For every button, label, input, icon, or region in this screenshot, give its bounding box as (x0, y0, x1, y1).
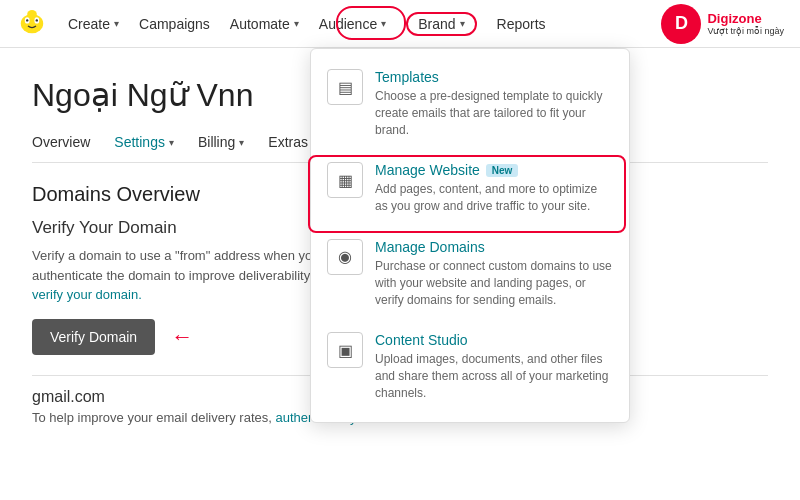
svg-point-5 (27, 10, 37, 18)
svg-point-4 (36, 19, 38, 21)
nav-automate[interactable]: Automate ▾ (230, 16, 299, 32)
templates-desc: Choose a pre-designed template to quickl… (375, 88, 613, 138)
manage-website-icon: ▦ (327, 162, 363, 198)
sec-nav-billing[interactable]: Billing ▾ (198, 134, 244, 150)
manage-domains-icon: ◉ (327, 239, 363, 275)
billing-chevron-icon: ▾ (239, 137, 244, 148)
dropdown-item-templates[interactable]: ▤ Templates Choose a pre-designed templa… (311, 57, 629, 150)
verify-domain-link[interactable]: verify your domain. (32, 287, 142, 302)
manage-domains-desc: Purchase or connect custom domains to us… (375, 258, 613, 308)
automate-chevron-icon: ▾ (294, 18, 299, 29)
audience-chevron-icon: ▾ (381, 18, 386, 29)
templates-icon: ▤ (327, 69, 363, 105)
settings-chevron-icon: ▾ (169, 137, 174, 148)
brand-chevron-icon: ▾ (460, 18, 465, 29)
sec-nav-overview[interactable]: Overview (32, 134, 90, 150)
arrow-icon: ← (171, 324, 193, 350)
dropdown-item-manage-domains[interactable]: ◉ Manage Domains Purchase or connect cus… (311, 227, 629, 320)
dropdown-item-manage-website[interactable]: ▦ Manage Website New Add pages, content,… (311, 150, 629, 227)
sec-nav-settings[interactable]: Settings ▾ (114, 134, 174, 150)
nav-campaigns[interactable]: Campaigns (139, 16, 210, 32)
digizone-logo: D Digizone Vượt trội mỗi ngày (661, 4, 784, 44)
digizone-name: Digizone (707, 11, 784, 27)
manage-website-desc: Add pages, content, and more to optimize… (375, 181, 613, 215)
manage-website-title: Manage Website New (375, 162, 613, 178)
content-studio-desc: Upload images, documents, and other file… (375, 351, 613, 401)
content-studio-icon: ▣ (327, 332, 363, 368)
verify-domain-button[interactable]: Verify Domain (32, 319, 155, 355)
nav-audience[interactable]: Audience ▾ (319, 16, 386, 32)
nav-brand-button[interactable]: Brand ▾ (406, 12, 476, 36)
logo[interactable] (16, 6, 48, 42)
templates-title: Templates (375, 69, 613, 85)
nav-reports[interactable]: Reports (497, 16, 546, 32)
brand-dropdown: ▤ Templates Choose a pre-designed templa… (310, 48, 630, 423)
nav-create[interactable]: Create ▾ (68, 16, 119, 32)
content-studio-title: Content Studio (375, 332, 613, 348)
manage-domains-title: Manage Domains (375, 239, 613, 255)
dropdown-item-content-studio[interactable]: ▣ Content Studio Upload images, document… (311, 320, 629, 413)
new-badge: New (486, 164, 519, 177)
digizone-tagline: Vượt trội mỗi ngày (707, 26, 784, 36)
digizone-icon: D (661, 4, 701, 44)
top-nav: Create ▾ Campaigns Automate ▾ Audience ▾… (0, 0, 800, 48)
svg-point-3 (26, 19, 28, 21)
create-chevron-icon: ▾ (114, 18, 119, 29)
